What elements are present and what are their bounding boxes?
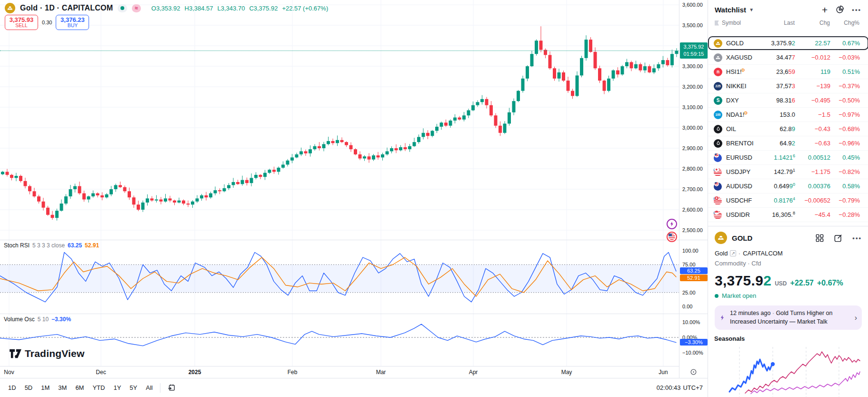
edit-note-icon[interactable]: [834, 234, 843, 243]
watchlist-row-usdchf[interactable]: USDCHF0.81764−0.00652−0.79%: [708, 193, 868, 208]
watchlist-row-gold[interactable]: GOLD3,375.9222.570.67%: [708, 36, 868, 51]
watchlist-row-dxy[interactable]: SDXY98.316−0.495−0.50%: [708, 93, 868, 108]
range-button-3m[interactable]: 3M: [55, 382, 70, 393]
symbol-title[interactable]: Gold · 1D · CAPITALCOM: [20, 4, 113, 12]
price-tick: 2,900.00: [682, 145, 703, 151]
sell-price: 3,375.93: [10, 17, 34, 23]
watchlist-title: Watchlist: [715, 6, 746, 14]
flag-column-icon[interactable]: [715, 20, 719, 26]
watchlist-row-usdidr[interactable]: USDIDR16,305.8−45.4−0.28%: [708, 208, 868, 222]
watchlist-more-button[interactable]: •••: [852, 6, 861, 13]
high-value: 3,384.57: [189, 5, 213, 12]
buy-button[interactable]: 3,376.23 BUY: [56, 15, 89, 30]
price-scale[interactable]: 3,375.92 01:59:15 63.25 52.91 −3.30% 3,6…: [679, 0, 708, 366]
session-clock[interactable]: 02:00:43 UTC+7: [657, 384, 708, 391]
axis-settings-icon[interactable]: [690, 368, 697, 376]
symbol-name: DXY: [726, 97, 754, 104]
watchlist-row-eurusd[interactable]: EURUSD1.142160.005120.45%: [708, 151, 868, 165]
market-status: Market open: [708, 289, 868, 299]
trade-widget: 3,375.93 SELL 0.30 3,376.23 BUY: [5, 15, 89, 30]
time-axis-label: Dec: [96, 369, 106, 376]
volume-osc-value: −3.30%: [51, 316, 71, 323]
change-percent: −0.03%: [830, 54, 860, 61]
symbol-name: USDIDR: [726, 211, 754, 218]
usdchf-flag-icon: [714, 196, 722, 205]
watchlist-row-brentoi[interactable]: BRENTOI64.92−0.63−0.96%: [708, 136, 868, 151]
time-axis-label: Mar: [376, 369, 386, 376]
pane-divider[interactable]: [0, 240, 708, 240]
current-price-line: [0, 51, 679, 51]
stoch-k-value: 63.25: [68, 242, 82, 249]
range-button-1y[interactable]: 1Y: [110, 382, 124, 393]
add-symbol-button[interactable]: +: [822, 5, 828, 15]
oil-drop-icon: [714, 125, 722, 133]
main-candlestick-pane[interactable]: [0, 0, 679, 240]
stoch-tick: 0.00: [682, 304, 692, 309]
last-price: 1.14216: [754, 153, 795, 161]
price-tick: 2,700.00: [682, 186, 703, 192]
change-percent: −0.28%: [830, 211, 860, 218]
volume-tick: 10.00%: [682, 319, 700, 325]
watchlist-row-audusd[interactable]: AUDUSD0.649900.003760.58%: [708, 179, 868, 193]
chevron-down-icon: ▼: [749, 7, 754, 12]
range-button-5y[interactable]: 5Y: [126, 382, 140, 393]
symbol-name: OIL: [726, 125, 754, 132]
range-button-5d[interactable]: 5D: [21, 382, 36, 393]
lightning-icon: [719, 314, 726, 321]
watchlist-row-hsi1[interactable]: nHSI1!D23,6591190.51%: [708, 65, 868, 79]
watchlist-title-menu[interactable]: Watchlist ▼: [715, 6, 754, 14]
watchlist-row-nikkei[interactable]: 225NIKKEI37,573−139−0.37%: [708, 79, 868, 93]
symbol-name: BRENTOI: [726, 140, 754, 147]
range-button-all[interactable]: All: [142, 382, 156, 393]
pane-divider[interactable]: [0, 314, 708, 314]
grid-layout-icon[interactable]: [815, 234, 824, 243]
symbol-name: USDCHF: [726, 197, 754, 204]
last-price: 16,305.8: [754, 211, 795, 218]
watchlist-row-usdjpy[interactable]: USDJPY142.791−1.175−0.82%: [708, 165, 868, 179]
tradingview-watermark-text: TradingView: [25, 348, 85, 359]
watchlist-row-nda1[interactable]: 100NDA1!D153.0−1.5−0.97%: [708, 108, 868, 122]
range-button-1d[interactable]: 1D: [5, 382, 20, 393]
range-button-6m[interactable]: 6M: [72, 382, 87, 393]
last-price: 23,659: [754, 68, 795, 75]
column-last[interactable]: Last: [754, 20, 795, 26]
volume-osc-legend[interactable]: Volume Osc 5 10 −3.30%: [4, 316, 71, 323]
stoch-tick: 100.00: [682, 248, 698, 254]
detail-type: Commodity · Cfd: [708, 257, 868, 267]
time-axis[interactable]: NovDec2025FebMarAprMayJun: [0, 366, 679, 378]
detail-change-pct: +0.67%: [817, 279, 843, 287]
list-tools-icon[interactable]: [835, 5, 844, 14]
change-percent: 0.67%: [830, 40, 860, 47]
news-time: 12 minutes ago: [730, 310, 770, 316]
news-banner[interactable]: 12 minutes ago · Gold Turns Higher on In…: [715, 305, 862, 330]
detail-more-button[interactable]: •••: [852, 234, 862, 242]
chart-canvas[interactable]: Gold · 1D · CAPITALCOM ≈ O3,353.92 H3,38…: [0, 0, 679, 366]
volume-osc-pane[interactable]: [0, 314, 679, 366]
flash-news-icon[interactable]: [667, 219, 677, 229]
watchlist-row-oil[interactable]: OIL62.89−0.43−0.68%: [708, 122, 868, 136]
fair-value-icon[interactable]: ≈: [132, 4, 141, 12]
detail-exchange: CAPITALCOM: [743, 250, 783, 257]
go-to-date-button[interactable]: [164, 382, 179, 394]
stoch-rsi-legend[interactable]: Stoch RSI 5 3 3 3 close 63.25 52.91: [4, 242, 99, 249]
stoch-rsi-pane[interactable]: [0, 240, 679, 314]
market-status-icon[interactable]: [118, 4, 127, 12]
sell-button[interactable]: 3,375.93 SELL: [5, 15, 38, 30]
column-chgp[interactable]: Chg%: [830, 20, 859, 26]
watchlist-row-xagusd[interactable]: XAGUSD34.477−0.012−0.03%: [708, 51, 868, 65]
timeframe-row: 1D5D1M3M6MYTD1Y5YAll: [0, 382, 156, 393]
us-economic-event-icon[interactable]: [667, 232, 677, 242]
dxy-icon: S: [714, 96, 722, 105]
range-button-1m[interactable]: 1M: [38, 382, 53, 393]
column-chg[interactable]: Chg: [795, 20, 830, 26]
tradingview-app: Gold · 1D · CAPITALCOM ≈ O3,353.92 H3,38…: [0, 0, 868, 397]
buy-price: 3,376.23: [60, 17, 85, 23]
column-symbol[interactable]: Symbol: [722, 20, 754, 26]
symbol-name: HSI1!D: [726, 68, 754, 75]
range-button-ytd[interactable]: YTD: [89, 382, 108, 393]
seasonals-chart[interactable]: [708, 343, 868, 397]
detail-name[interactable]: Gold: [715, 250, 728, 257]
external-link-icon[interactable]: ↗: [730, 250, 736, 256]
axis-settings-corner[interactable]: [679, 366, 708, 378]
change-value: 119: [795, 68, 830, 75]
